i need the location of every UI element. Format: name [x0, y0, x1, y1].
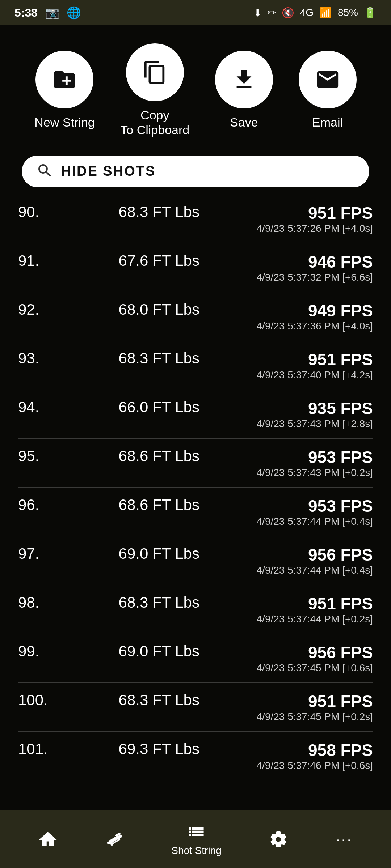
copy-clipboard-button[interactable]: CopyTo Clipboard: [120, 43, 189, 137]
shot-item-94[interactable]: 94. 66.0 FT Lbs 935 FPS 4/9/23 5:37:43 P…: [18, 390, 373, 439]
shot-item-96[interactable]: 96. 68.6 FT Lbs 953 FPS 4/9/23 5:37:44 P…: [18, 488, 373, 536]
shot-energy-96: 68.6 FT Lbs: [62, 496, 257, 514]
shot-item-90[interactable]: 90. 68.3 FT Lbs 951 FPS 4/9/23 5:37:26 P…: [18, 195, 373, 243]
shot-fps-91: 946 FPS: [257, 252, 373, 272]
shot-item-95[interactable]: 95. 68.6 FT Lbs 953 FPS 4/9/23 5:37:43 P…: [18, 439, 373, 488]
shot-num-93: 93.: [18, 350, 62, 367]
shot-time-97: 4/9/23 5:37:44 PM [+0.4s]: [257, 565, 373, 576]
shot-item-97[interactable]: 97. 69.0 FT Lbs 956 FPS 4/9/23 5:37:44 P…: [18, 536, 373, 585]
shot-time-101: 4/9/23 5:37:46 PM [+0.6s]: [257, 760, 373, 771]
shot-fps-96: 953 FPS: [257, 496, 373, 516]
shot-num-97: 97.: [18, 545, 62, 562]
new-string-circle: [35, 51, 93, 109]
search-bar[interactable]: HIDE SHOTS: [22, 156, 369, 187]
network-icon: 4G: [300, 7, 314, 18]
status-bar: 5:38 📷 🌐 ⬇ ✏ 🔇 4G 📶 85% 🔋: [0, 0, 391, 25]
shot-right-95: 953 FPS 4/9/23 5:37:43 PM [+0.2s]: [257, 447, 373, 478]
shot-num-91: 91.: [18, 252, 62, 269]
chrome-icon: 🌐: [67, 6, 81, 20]
main-content: New String CopyTo Clipboard Save: [0, 25, 391, 868]
instagram-icon: 📷: [45, 6, 59, 20]
save-button[interactable]: Save: [215, 51, 273, 130]
shot-right-96: 953 FPS 4/9/23 5:37:44 PM [+0.4s]: [257, 496, 373, 527]
shot-right-97: 956 FPS 4/9/23 5:37:44 PM [+0.4s]: [257, 545, 373, 576]
shot-item-100[interactable]: 100. 68.3 FT Lbs 951 FPS 4/9/23 5:37:45 …: [18, 683, 373, 732]
search-text: HIDE SHOTS: [61, 163, 156, 179]
shot-fps-100: 951 FPS: [257, 692, 373, 711]
shot-energy-95: 68.6 FT Lbs: [62, 447, 257, 465]
status-left: 5:38 📷 🌐: [14, 6, 81, 20]
shot-num-96: 96.: [18, 496, 62, 514]
copy-label: CopyTo Clipboard: [120, 108, 189, 137]
shot-item-93[interactable]: 93. 68.3 FT Lbs 951 FPS 4/9/23 5:37:40 P…: [18, 341, 373, 390]
shot-fps-93: 951 FPS: [257, 350, 373, 369]
download-status-icon: ⬇: [253, 7, 262, 19]
new-string-button[interactable]: New String: [34, 51, 94, 130]
shot-right-93: 951 FPS 4/9/23 5:37:40 PM [+4.2s]: [257, 350, 373, 381]
battery-text: 85%: [338, 7, 358, 18]
copy-circle: [126, 43, 184, 101]
shot-right-90: 951 FPS 4/9/23 5:37:26 PM [+4.0s]: [257, 203, 373, 234]
shot-fps-90: 951 FPS: [257, 203, 373, 223]
shot-item-92[interactable]: 92. 68.0 FT Lbs 949 FPS 4/9/23 5:37:36 P…: [18, 292, 373, 341]
shot-right-100: 951 FPS 4/9/23 5:37:45 PM [+0.2s]: [257, 692, 373, 723]
email-icon: [315, 67, 340, 92]
shot-time-90: 4/9/23 5:37:26 PM [+4.0s]: [257, 223, 373, 234]
shot-energy-91: 67.6 FT Lbs: [62, 252, 257, 269]
signal-icon: 📶: [319, 7, 332, 19]
email-button[interactable]: Email: [299, 51, 357, 130]
nav-rifle[interactable]: [105, 830, 124, 849]
shot-num-100: 100.: [18, 692, 62, 709]
shot-right-99: 956 FPS 4/9/23 5:37:45 PM [+0.6s]: [257, 643, 373, 674]
shot-fps-98: 951 FPS: [257, 594, 373, 613]
shot-item-98[interactable]: 98. 68.3 FT Lbs 951 FPS 4/9/23 5:37:44 P…: [18, 585, 373, 634]
shot-num-98: 98.: [18, 594, 62, 611]
shot-item-91[interactable]: 91. 67.6 FT Lbs 946 FPS 4/9/23 5:37:32 P…: [18, 243, 373, 292]
save-circle: [215, 51, 273, 109]
shot-right-101: 958 FPS 4/9/23 5:37:46 PM [+0.6s]: [257, 740, 373, 771]
shot-fps-97: 956 FPS: [257, 545, 373, 565]
shot-fps-94: 935 FPS: [257, 399, 373, 418]
nav-shot-string-label: Shot String: [171, 845, 222, 856]
shot-energy-100: 68.3 FT Lbs: [62, 692, 257, 709]
shot-item-101[interactable]: 101. 69.3 FT Lbs 958 FPS 4/9/23 5:37:46 …: [18, 732, 373, 780]
mute-icon: 🔇: [282, 7, 294, 19]
search-icon: [36, 162, 54, 179]
shot-fps-99: 956 FPS: [257, 643, 373, 662]
shot-time-96: 4/9/23 5:37:44 PM [+0.4s]: [257, 516, 373, 527]
shot-num-99: 99.: [18, 643, 62, 660]
save-label: Save: [230, 115, 258, 130]
shot-time-100: 4/9/23 5:37:45 PM [+0.2s]: [257, 711, 373, 723]
pencil-icon: ✏: [268, 7, 276, 19]
email-circle: [299, 51, 357, 109]
shot-right-94: 935 FPS 4/9/23 5:37:43 PM [+2.8s]: [257, 399, 373, 430]
copy-icon: [142, 60, 168, 85]
list-icon: [187, 822, 206, 841]
action-row: New String CopyTo Clipboard Save: [0, 25, 391, 152]
shot-fps-92: 949 FPS: [257, 301, 373, 320]
shot-item-99[interactable]: 99. 69.0 FT Lbs 956 FPS 4/9/23 5:37:45 P…: [18, 634, 373, 683]
nav-shot-string[interactable]: Shot String: [171, 822, 222, 856]
shot-time-99: 4/9/23 5:37:45 PM [+0.6s]: [257, 662, 373, 674]
shot-energy-98: 68.3 FT Lbs: [62, 594, 257, 611]
shot-time-93: 4/9/23 5:37:40 PM [+4.2s]: [257, 369, 373, 381]
search-icon-wrap: [36, 162, 54, 181]
shot-right-98: 951 FPS 4/9/23 5:37:44 PM [+0.2s]: [257, 594, 373, 625]
gear-icon: [269, 830, 288, 849]
status-time: 5:38: [14, 6, 38, 20]
shot-time-92: 4/9/23 5:37:36 PM [+4.0s]: [257, 320, 373, 332]
shot-energy-92: 68.0 FT Lbs: [62, 301, 257, 318]
home-icon: [38, 830, 57, 849]
nav-settings[interactable]: [269, 830, 288, 849]
new-string-label: New String: [34, 115, 94, 130]
shot-num-95: 95.: [18, 447, 62, 465]
shot-time-91: 4/9/23 5:37:32 PM [+6.6s]: [257, 272, 373, 283]
shots-list: 90. 68.3 FT Lbs 951 FPS 4/9/23 5:37:26 P…: [0, 195, 391, 810]
nav-more[interactable]: ···: [336, 831, 353, 848]
nav-home[interactable]: [38, 830, 57, 849]
folder-plus-icon: [52, 67, 77, 92]
shot-num-94: 94.: [18, 399, 62, 416]
shot-fps-95: 953 FPS: [257, 447, 373, 467]
shot-energy-94: 66.0 FT Lbs: [62, 399, 257, 416]
shot-num-101: 101.: [18, 740, 62, 758]
